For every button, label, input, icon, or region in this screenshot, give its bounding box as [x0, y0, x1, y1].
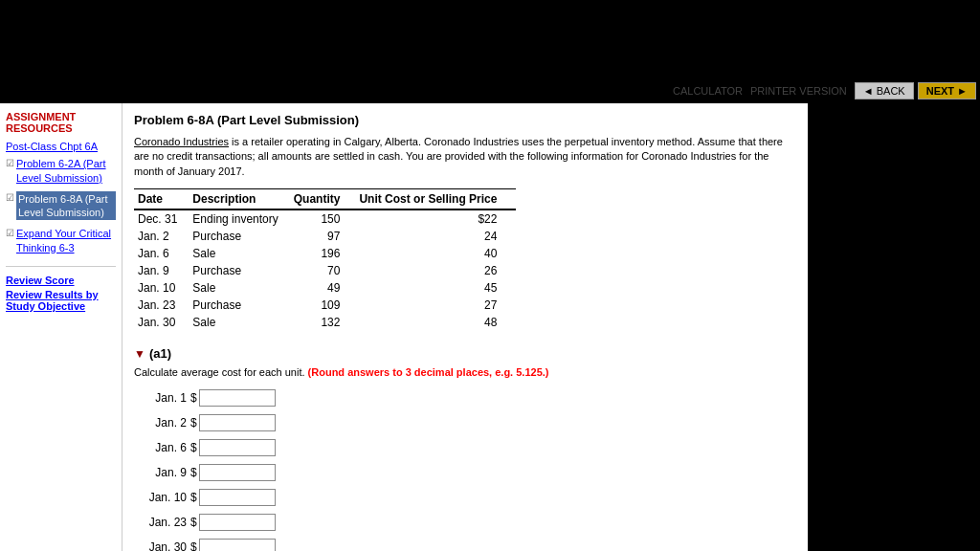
- cell-price: 40: [355, 245, 516, 262]
- next-button[interactable]: NEXT ►: [918, 82, 976, 99]
- sidebar: ASSIGNMENT RESOURCES Post-Class Chpt 6A …: [0, 103, 122, 551]
- cell-price: 45: [355, 279, 516, 297]
- sidebar-item-8a-wrapper: ☑ Problem 6-8A (Part Level Submission): [6, 191, 116, 225]
- sidebar-item-post-class[interactable]: Post-Class Chpt 6A: [6, 140, 116, 153]
- sidebar-item-expand[interactable]: Expand Your Critical Thinking 6-3: [16, 227, 116, 254]
- dollar-sign: $: [190, 441, 197, 454]
- problem-title: Problem 6-8A (Part Level Submission): [134, 113, 796, 127]
- input-label: Jan. 2: [134, 416, 187, 430]
- cell-date: Jan. 9: [134, 262, 189, 279]
- cost-input[interactable]: [199, 514, 276, 531]
- cell-price: $22: [355, 209, 516, 228]
- sidebar-item-2a-wrapper: ☑ Problem 6-2A (Part Level Submission): [6, 157, 116, 188]
- cell-date: Dec. 31: [134, 209, 189, 228]
- printer-link[interactable]: PRINTER VERSION: [750, 85, 847, 97]
- table-row: Jan. 9 Purchase 70 26: [134, 262, 516, 279]
- cost-input[interactable]: [199, 464, 276, 481]
- checkbox-icon-expand: ☑: [6, 228, 14, 238]
- cell-description: Sale: [189, 279, 289, 297]
- col-date: Date: [134, 189, 189, 210]
- nav-buttons: CALCULATOR PRINTER VERSION ◄ BACK NEXT ►: [673, 82, 976, 99]
- input-row: Jan. 6 $: [134, 439, 796, 456]
- right-panel: [808, 103, 980, 551]
- cell-quantity: 97: [290, 228, 356, 245]
- input-rows-container: Jan. 1 $ Jan. 2 $ Jan. 6 $ Jan. 9 $ Jan.…: [134, 389, 796, 551]
- sidebar-title: ASSIGNMENT RESOURCES: [6, 111, 116, 134]
- calculator-link[interactable]: CALCULATOR: [673, 85, 743, 97]
- section-a1-header: ▼ (a1): [134, 346, 796, 361]
- input-row: Jan. 10 $: [134, 489, 796, 506]
- input-label: Jan. 23: [134, 516, 187, 529]
- review-score-link[interactable]: Review Score: [6, 275, 116, 286]
- input-row: Jan. 1 $: [134, 389, 796, 407]
- cost-input[interactable]: [199, 389, 276, 407]
- input-label: Jan. 30: [134, 540, 187, 551]
- cell-date: Jan. 23: [134, 297, 189, 314]
- cost-input[interactable]: [199, 489, 276, 506]
- table-header-row: Date Description Quantity Unit Cost or S…: [134, 189, 516, 210]
- cell-date: Jan. 30: [134, 314, 189, 331]
- back-button[interactable]: ◄ BACK: [855, 82, 914, 99]
- company-name: Coronado Industries: [134, 136, 229, 147]
- cell-description: Purchase: [189, 297, 289, 314]
- col-price: Unit Cost or Selling Price: [355, 189, 516, 210]
- cell-quantity: 49: [290, 279, 356, 297]
- col-quantity: Quantity: [290, 189, 356, 210]
- input-row: Jan. 2 $: [134, 414, 796, 431]
- sidebar-item-expand-wrapper: ☑ Expand Your Critical Thinking 6-3: [6, 227, 116, 258]
- cell-quantity: 132: [290, 314, 356, 331]
- cost-input[interactable]: [199, 539, 276, 551]
- cell-price: 26: [355, 262, 516, 279]
- table-row: Jan. 2 Purchase 97 24: [134, 228, 516, 245]
- input-label: Jan. 1: [134, 391, 187, 405]
- cell-date: Jan. 6: [134, 245, 189, 262]
- input-label: Jan. 6: [134, 441, 187, 454]
- dollar-sign: $: [190, 491, 197, 504]
- cell-date: Jan. 2: [134, 228, 189, 245]
- checkbox-icon-2a: ☑: [6, 158, 14, 168]
- dollar-sign: $: [190, 466, 197, 479]
- table-row: Jan. 30 Sale 132 48: [134, 314, 516, 331]
- section-a1-label: (a1): [149, 346, 171, 361]
- dollar-sign: $: [190, 416, 197, 430]
- sidebar-item-8a[interactable]: Problem 6-8A (Part Level Submission): [16, 191, 116, 221]
- cost-input[interactable]: [199, 414, 276, 431]
- input-label: Jan. 9: [134, 466, 187, 479]
- input-row: Jan. 9 $: [134, 464, 796, 481]
- cell-description: Sale: [189, 314, 289, 331]
- problem-description: Coronado Industries is a retailer operat…: [134, 135, 796, 179]
- col-description: Description: [189, 189, 289, 210]
- review-results-link[interactable]: Review Results by Study Objective: [6, 289, 116, 312]
- sidebar-section-links: Post-Class Chpt 6A ☑ Problem 6-2A (Part …: [6, 140, 116, 258]
- sidebar-item-2a[interactable]: Problem 6-2A (Part Level Submission): [16, 157, 116, 185]
- main-layout: ASSIGNMENT RESOURCES Post-Class Chpt 6A …: [0, 103, 980, 551]
- table-row: Jan. 10 Sale 49 45: [134, 279, 516, 297]
- cell-description: Sale: [189, 245, 289, 262]
- dollar-sign: $: [190, 516, 197, 529]
- cost-input[interactable]: [199, 439, 276, 456]
- cell-description: Purchase: [189, 262, 289, 279]
- input-label: Jan. 10: [134, 491, 187, 504]
- input-row: Jan. 30 $: [134, 539, 796, 551]
- cell-quantity: 196: [290, 245, 356, 262]
- table-row: Jan. 23 Purchase 109 27: [134, 297, 516, 314]
- sidebar-divider: [6, 266, 116, 267]
- input-row: Jan. 23 $: [134, 514, 796, 531]
- cell-description: Ending inventory: [189, 209, 289, 228]
- dollar-sign: $: [190, 391, 197, 405]
- problem-desc-text: is a retailer operating in Calgary, Albe…: [134, 136, 783, 177]
- cell-quantity: 70: [290, 262, 356, 279]
- checkbox-icon-8a: ☑: [6, 192, 14, 203]
- top-bar: CALCULATOR PRINTER VERSION ◄ BACK NEXT ►: [0, 0, 980, 103]
- cell-description: Purchase: [189, 228, 289, 245]
- cell-date: Jan. 10: [134, 279, 189, 297]
- cell-price: 27: [355, 297, 516, 314]
- instruction-static: Calculate average cost for each unit.: [134, 366, 308, 378]
- dollar-sign: $: [190, 540, 197, 551]
- cell-quantity: 150: [290, 209, 356, 228]
- instruction-text: Calculate average cost for each unit. (R…: [134, 366, 796, 378]
- cell-price: 48: [355, 314, 516, 331]
- triangle-icon: ▼: [134, 347, 145, 361]
- content-area: Problem 6-8A (Part Level Submission) Cor…: [122, 103, 808, 551]
- instruction-red: (Round answers to 3 decimal places, e.g.…: [308, 366, 549, 378]
